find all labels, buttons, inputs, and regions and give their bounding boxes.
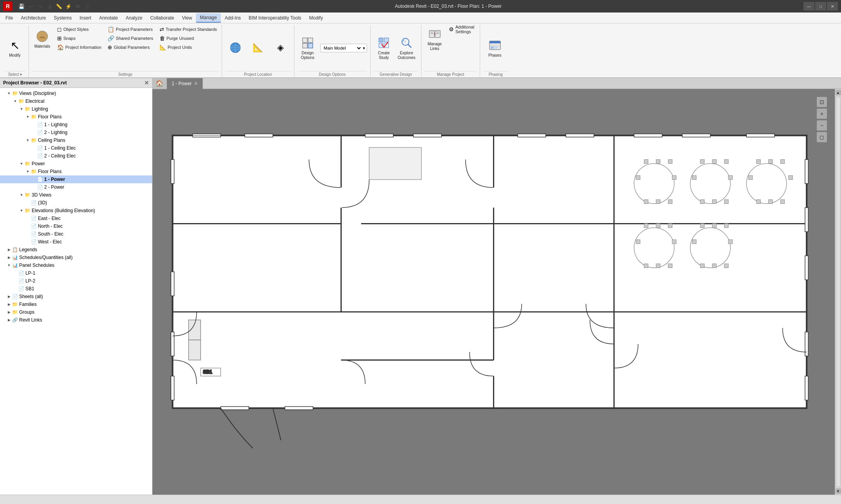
menu-insert[interactable]: Insert	[75, 14, 95, 22]
tree-item-west[interactable]: ▶ 📄 West - Elec	[0, 238, 152, 246]
expand-revit-links[interactable]: ▶	[6, 317, 12, 323]
qa-settings[interactable]: ⚙	[74, 2, 82, 11]
tree-item-2-ceiling[interactable]: ▶ 📄 2 - Ceiling Elec	[0, 152, 152, 160]
snaps-button[interactable]: ⊞ Snaps	[56, 34, 103, 43]
menu-manage[interactable]: Manage	[196, 13, 221, 23]
qa-measure[interactable]: 📏	[55, 2, 63, 11]
tree-item-panel-schedules[interactable]: ▼ 📊 Panel Schedules	[0, 261, 152, 269]
project-params-button[interactable]: 📋 Project Parameters	[106, 25, 154, 34]
tree-item-lp1[interactable]: ▶ 📄 LP-1	[0, 269, 152, 277]
menu-analyze[interactable]: Analyze	[122, 14, 146, 22]
qa-save[interactable]: 💾	[17, 2, 26, 11]
expand-legends[interactable]: ▶	[6, 247, 12, 252]
menu-systems[interactable]: Systems	[50, 14, 75, 22]
project-browser-close[interactable]: ✕	[144, 80, 149, 86]
menu-architecture[interactable]: Architecture	[17, 14, 50, 22]
expand-ceiling[interactable]: ▼	[25, 138, 30, 143]
tree-item-views[interactable]: ▼ 📁 Views (Discipline)	[0, 89, 152, 97]
expand-sheets[interactable]: ▶	[6, 294, 12, 299]
expand-floorplans-l[interactable]: ▼	[25, 114, 30, 120]
menu-annotate[interactable]: Annotate	[95, 14, 122, 22]
expand-electrical[interactable]: ▼	[13, 98, 18, 104]
tree-item-ceiling-plans[interactable]: ▼ 📁 Ceiling Plans	[0, 136, 152, 144]
scroll-down-button[interactable]: ▼	[836, 488, 841, 494]
tree-item-lighting[interactable]: ▼ 📁 Lighting	[0, 105, 152, 113]
expand-floorplans-p[interactable]: ▼	[25, 169, 30, 174]
tree-item-3d-views[interactable]: ▼ 📁 3D Views	[0, 191, 152, 199]
window-minimize[interactable]: —	[803, 2, 814, 11]
position-button[interactable]: ◈	[271, 34, 291, 62]
menu-collaborate[interactable]: Collaborate	[146, 14, 178, 22]
menu-addins[interactable]: Add-Ins	[221, 14, 245, 22]
design-options-dropdown[interactable]: Main Model ▾	[320, 44, 367, 52]
expand-groups[interactable]: ▶	[6, 309, 12, 315]
qa-snap[interactable]: ⚡	[64, 2, 73, 11]
tree-item-north[interactable]: ▶ 📄 North - Elec	[0, 222, 152, 230]
additional-settings-button[interactable]: ⚙ AdditionalSettings	[447, 25, 476, 34]
create-study-button[interactable]: CreateStudy	[374, 34, 394, 62]
tree-item-families[interactable]: ▶ 📁 Families	[0, 300, 152, 308]
transfer-standards-button[interactable]: ⇄ Transfer Project Standards	[158, 25, 219, 34]
expand-3d[interactable]: ▼	[19, 192, 24, 198]
window-close[interactable]: ✕	[827, 2, 838, 11]
manage-links-button[interactable]: ManageLinks	[425, 25, 445, 53]
expand-families[interactable]: ▶	[6, 302, 12, 307]
tree-item-1-lighting[interactable]: ▶ 📄 1 - Lighting	[0, 121, 152, 129]
coordinates-button[interactable]: 📐	[248, 34, 268, 62]
scroll-track[interactable]	[836, 97, 841, 487]
zoom-fit-icon[interactable]: ◻	[817, 132, 827, 142]
tree-item-sheets[interactable]: ▶ 📄 Sheets (all)	[0, 293, 152, 300]
tree-item-revit-links[interactable]: ▶ 🔗 Revit Links	[0, 316, 152, 324]
qa-dropdown[interactable]: ▽	[83, 2, 91, 11]
qa-undo[interactable]: ↩	[27, 2, 35, 11]
tree-item-floorplans-lighting[interactable]: ▼ 📁 Floor Plans	[0, 113, 152, 121]
expand-power[interactable]: ▼	[19, 161, 24, 166]
tree-item-1-ceiling[interactable]: ▶ 📄 1 - Ceiling Elec	[0, 144, 152, 152]
tree-item-schedules[interactable]: ▶ 📊 Schedules/Quantities (all)	[0, 254, 152, 261]
qa-redo[interactable]: ↪	[36, 2, 45, 11]
design-options-button[interactable]: DesignOptions	[298, 34, 318, 62]
materials-button[interactable]: Materials	[32, 25, 52, 53]
menu-modify[interactable]: Modify	[305, 14, 327, 22]
view-tab-home[interactable]: 🏠	[152, 78, 167, 89]
tree-item-3d[interactable]: ▶ 📄 (3D)	[0, 199, 152, 207]
view-canvas[interactable]: SB1	[152, 89, 841, 495]
purge-unused-button[interactable]: 🗑 Purge Unused	[158, 34, 219, 43]
tree-item-electrical[interactable]: ▼ 📁 Electrical	[0, 97, 152, 105]
modify-button[interactable]: ↖ Modify	[5, 34, 25, 62]
project-units-button[interactable]: 📐 Project Units	[158, 43, 219, 52]
phases-button[interactable]: Phases	[483, 34, 507, 62]
window-maximize[interactable]: □	[815, 2, 826, 11]
view-tab-close[interactable]: ✕	[194, 81, 198, 86]
location-button[interactable]	[225, 34, 246, 62]
expand-elevations[interactable]: ▼	[19, 208, 24, 213]
tree-item-sb1[interactable]: ▶ 📄 SB1	[0, 285, 152, 293]
tree-item-elevations[interactable]: ▼ 📁 Elevations (Building Elevation)	[0, 207, 152, 214]
expand-panel-schedules[interactable]: ▼	[6, 263, 12, 268]
tree-item-floorplans-power[interactable]: ▼ 📁 Floor Plans	[0, 168, 152, 175]
zoom-out-icon[interactable]: −	[817, 120, 827, 130]
tree-item-2-power[interactable]: ▶ 📄 2 - Power	[0, 183, 152, 191]
zoom-extents-icon[interactable]: ⊡	[817, 97, 827, 107]
vertical-scrollbar[interactable]: ▲ ▼	[835, 89, 841, 495]
tree-item-lp2[interactable]: ▶ 📄 LP-2	[0, 277, 152, 285]
menu-bim[interactable]: BIM Interoperability Tools	[245, 14, 305, 22]
menu-view[interactable]: View	[178, 14, 196, 22]
tree-item-east[interactable]: ▶ 📄 East - Elec	[0, 214, 152, 222]
menu-file[interactable]: File	[2, 14, 17, 22]
expand-schedules[interactable]: ▶	[6, 255, 12, 260]
expand-lighting[interactable]: ▼	[19, 106, 24, 112]
tree-item-legends[interactable]: ▶ 📋 Legends	[0, 246, 152, 254]
expand-views[interactable]: ▼	[6, 91, 12, 96]
tree-item-south[interactable]: ▶ 📄 South - Elec	[0, 230, 152, 238]
project-info-button[interactable]: 🏠 Project Information	[56, 43, 103, 52]
view-tab-1-power[interactable]: 1 - Power ✕	[167, 78, 203, 89]
design-options-select[interactable]: Main Model	[322, 45, 362, 51]
scroll-up-button[interactable]: ▲	[836, 90, 841, 95]
tree-item-power[interactable]: ▼ 📁 Power	[0, 160, 152, 168]
object-styles-button[interactable]: ◻ Object Styles	[56, 25, 103, 34]
tree-item-1-power[interactable]: ▶ 📄 1 - Power	[0, 175, 152, 183]
explore-outcomes-button[interactable]: ExploreOutcomes	[396, 34, 417, 62]
global-params-button[interactable]: ⊕ Global Parameters	[106, 43, 154, 52]
shared-params-button[interactable]: 🔗 Shared Parameters	[106, 34, 154, 43]
